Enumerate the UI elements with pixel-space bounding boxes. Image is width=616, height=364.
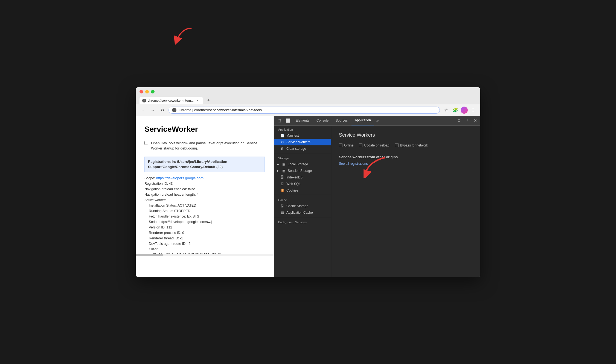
sidebar-divider-3	[274, 217, 331, 217]
clear-storage-icon: 🗑	[280, 147, 284, 151]
debug-checkbox[interactable]	[144, 141, 148, 145]
menu-button[interactable]: ⋮	[469, 106, 477, 114]
page-title: ServiceWorker	[144, 124, 265, 135]
tab-elements[interactable]: Elements	[292, 116, 313, 125]
scope-label: Scope:	[144, 176, 156, 180]
reload-button[interactable]: ↻	[159, 106, 166, 114]
cookies-icon: 🍪	[280, 189, 284, 192]
devtools-sidebar: Application 📄 Manifest ⚙ Service Workers…	[274, 126, 331, 277]
sidebar-item-application-cache-label: Application Cache	[286, 211, 313, 215]
debug-checkbox-row: Open DevTools window and pause JavaScrip…	[144, 140, 265, 151]
nav-actions: ☆ 🧩 ⋮	[442, 106, 477, 114]
devtools-settings-button[interactable]: ⚙	[455, 117, 463, 124]
scope-line: Scope: https://developers.google.com/	[144, 175, 265, 181]
tab-title: chrome://serviceworker-intern...	[148, 99, 194, 102]
close-window-button[interactable]	[140, 90, 143, 93]
devtools-cursor-icon[interactable]: ⬚	[275, 116, 283, 125]
browser-window: ⚙ chrome://serviceworker-intern... ✕ + ←…	[136, 87, 480, 277]
bypass-network-checkbox[interactable]	[395, 143, 399, 147]
browser-titlebar: ⚙ chrome://serviceworker-intern... ✕ +	[136, 87, 480, 104]
expand-arrow-session: ▶	[277, 169, 279, 172]
sidebar-item-local-storage[interactable]: ▶ ▦ Local Storage	[274, 161, 331, 168]
devtools-menu-button[interactable]: ⋮	[463, 117, 471, 124]
tab-close-button[interactable]: ✕	[195, 98, 200, 103]
sidebar-divider-1	[274, 153, 331, 153]
reg-id: Registration ID: 43	[144, 181, 265, 186]
sidebar-item-local-storage-label: Local Storage	[288, 162, 308, 166]
site-favicon	[172, 108, 176, 112]
page-area: ServiceWorker Open DevTools window and p…	[136, 116, 274, 254]
renderer-process: Renderer process ID: 0	[149, 230, 265, 236]
address-path: chrome://serviceworker-internals/?devtoo…	[194, 108, 262, 112]
sidebar-item-clear-storage[interactable]: 🗑 Clear storage	[274, 145, 331, 152]
user-avatar[interactable]	[461, 107, 468, 114]
devtools-inspect-icon[interactable]: ⬜	[284, 116, 292, 125]
debug-checkbox-label: Open DevTools window and pause JavaScrip…	[151, 140, 265, 151]
sidebar-divider-2	[274, 195, 331, 195]
active-worker-label: Active worker:	[144, 197, 265, 203]
scope-link[interactable]: https://developers.google.com/	[156, 176, 204, 180]
sidebar-item-indexeddb[interactable]: 🗄 IndexedDB	[274, 174, 331, 181]
local-storage-icon: ▦	[282, 162, 286, 166]
new-tab-button[interactable]: +	[205, 97, 212, 104]
sidebar-item-session-storage[interactable]: ▶ ▦ Session Storage	[274, 168, 331, 174]
bypass-network-checkbox-item: Bypass for network	[395, 143, 428, 147]
sidebar-item-session-storage-label: Session Storage	[288, 169, 312, 173]
forward-button[interactable]: →	[149, 106, 156, 114]
sidebar-item-service-workers-label: Service Workers	[286, 140, 310, 144]
tab-console[interactable]: Console	[313, 116, 332, 125]
page-area-wrapper: ServiceWorker Open DevTools window and p…	[136, 116, 274, 277]
service-worker-options: Offline Update on reload Bypass for netw…	[339, 143, 473, 147]
address-bar[interactable]: Chrome | chrome://serviceworker-internal…	[168, 107, 440, 114]
devtools-main: Service Workers Offline Update on reload	[331, 126, 480, 277]
extensions-button[interactable]: 🧩	[451, 106, 460, 114]
page-scrollbar[interactable]	[136, 254, 274, 256]
session-storage-icon: ▦	[282, 169, 286, 173]
back-button[interactable]: ←	[139, 106, 147, 114]
cache-storage-icon: 🗄	[280, 204, 284, 208]
fetch-handler: Fetch handler existence: EXISTS	[149, 214, 265, 219]
devtools-body: Application 📄 Manifest ⚙ Service Workers…	[274, 126, 480, 277]
script-url: Script: https://developers.google.com/sw…	[149, 219, 265, 225]
expand-arrow-local: ▶	[277, 163, 279, 166]
web-sql-icon: 🗄	[280, 182, 284, 186]
sidebar-section-storage: Storage	[274, 154, 331, 161]
address-text: Chrome | chrome://serviceworker-internal…	[179, 108, 262, 112]
browser-tab[interactable]: ⚙ chrome://serviceworker-intern... ✕	[140, 97, 203, 104]
tab-application[interactable]: Application	[351, 116, 374, 125]
sidebar-item-cookies[interactable]: 🍪 Cookies	[274, 187, 331, 194]
page-scrollbar-thumb	[136, 254, 163, 256]
devtools-panel: ⬚ ⬜ Elements Console Sources Application…	[274, 116, 480, 277]
sidebar-item-cache-storage[interactable]: 🗄 Cache Storage	[274, 203, 331, 209]
renderer-thread: Renderer thread ID: -1	[149, 236, 265, 241]
more-tabs-button[interactable]: »	[375, 118, 380, 123]
browser-navbar: ← → ↻ Chrome | chrome://serviceworker-in…	[136, 104, 480, 116]
maximize-window-button[interactable]	[151, 90, 155, 93]
tab-favicon: ⚙	[142, 99, 146, 102]
devtools-tabs: ⬚ ⬜ Elements Console Sources Application…	[274, 116, 480, 126]
sidebar-section-bg-services: Background Services	[274, 218, 331, 225]
bookmark-button[interactable]: ☆	[442, 106, 450, 114]
offline-checkbox[interactable]	[339, 143, 342, 147]
devtools-route: DevTools agent route ID: -2	[149, 241, 265, 246]
update-reload-checkbox[interactable]	[359, 143, 362, 147]
sidebar-item-application-cache[interactable]: ▦ Application Cache	[274, 209, 331, 216]
sidebar-item-cache-storage-label: Cache Storage	[286, 204, 308, 208]
client1-label: Client:	[149, 246, 265, 252]
version-id: Version ID: 112	[149, 225, 265, 230]
sidebar-item-service-workers[interactable]: ⚙ Service Workers	[274, 139, 331, 145]
worker-details: Installation Status: ACTIVATED Running S…	[144, 203, 265, 254]
see-all-registrations-link[interactable]: See all registrations	[339, 162, 368, 166]
registration-header: Registrations in: /Users/jec/Library/App…	[144, 157, 265, 172]
page-info-block: Scope: https://developers.google.com/ Re…	[144, 175, 265, 254]
other-origins-section: Service workers from other origins See a…	[339, 155, 473, 166]
sidebar-item-web-sql-label: Web SQL	[286, 182, 301, 186]
browser-content: ServiceWorker Open DevTools window and p…	[136, 116, 480, 277]
minimize-window-button[interactable]	[145, 90, 149, 93]
sidebar-item-web-sql[interactable]: 🗄 Web SQL	[274, 181, 331, 187]
devtools-close-button[interactable]: ✕	[472, 117, 479, 124]
window-controls	[140, 90, 476, 93]
sidebar-item-manifest[interactable]: 📄 Manifest	[274, 132, 331, 139]
tab-sources[interactable]: Sources	[332, 116, 351, 125]
sidebar-section-application: Application	[274, 126, 331, 132]
